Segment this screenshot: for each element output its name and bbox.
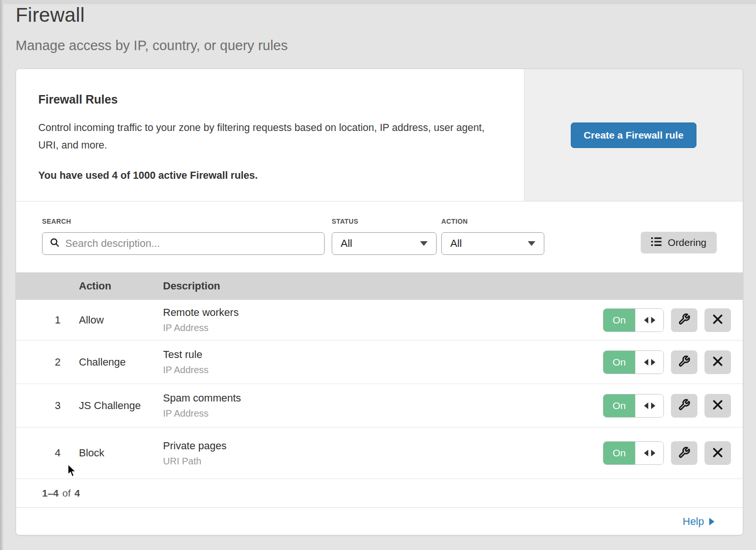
edit-rule-button[interactable] xyxy=(671,308,697,332)
edit-rule-button[interactable] xyxy=(671,441,697,465)
rule-enabled-toggle[interactable]: On xyxy=(603,308,664,332)
card-heading: Firewall Rules xyxy=(38,93,486,106)
rule-controls: On xyxy=(603,441,731,465)
ordering-button-label: Ordering xyxy=(668,237,706,248)
rule-controls: On xyxy=(603,308,731,332)
search-input[interactable] xyxy=(65,237,317,250)
window-edge xyxy=(0,0,3,550)
rule-enabled-toggle[interactable]: On xyxy=(603,394,664,418)
rule-priority: 2 xyxy=(36,356,79,368)
table-row: 1 Allow Remote workers IP Address On xyxy=(16,300,743,340)
help-arrow-icon xyxy=(709,518,714,525)
rule-description-cell: Remote workers IP Address xyxy=(163,306,603,333)
rule-description-cell: Private pages URI Path xyxy=(163,440,603,467)
delete-rule-button[interactable] xyxy=(704,394,731,418)
status-group: STATUS All xyxy=(332,218,437,255)
page-title: Firewall xyxy=(16,4,288,26)
rule-action: JS Challenge xyxy=(79,400,163,412)
rule-priority: 4 xyxy=(36,447,79,459)
ordering-list-icon xyxy=(651,237,662,249)
rule-description: Test rule xyxy=(163,349,603,361)
status-select[interactable]: All xyxy=(332,232,437,255)
close-icon xyxy=(713,356,723,368)
wrench-icon xyxy=(678,313,690,327)
priority-arrows-icon[interactable] xyxy=(635,351,663,374)
action-select[interactable]: All xyxy=(441,232,544,255)
delete-rule-button[interactable] xyxy=(704,308,731,332)
window-top-shade xyxy=(0,0,756,4)
pagination-range: 1–4 xyxy=(42,488,59,499)
rule-action: Allow xyxy=(79,314,163,326)
wrench-icon xyxy=(678,399,690,412)
priority-arrows-icon[interactable] xyxy=(635,442,663,464)
rule-match-type: IP Address xyxy=(163,365,603,375)
status-label: STATUS xyxy=(332,218,437,225)
page-subtitle: Manage access by IP, country, or query r… xyxy=(16,38,288,53)
toggle-on-label: On xyxy=(603,394,635,417)
action-column-header: Action xyxy=(79,280,163,292)
priority-arrows-icon[interactable] xyxy=(635,394,663,417)
card-top-section: Firewall Rules Control incoming traffic … xyxy=(16,69,743,201)
rule-description: Spam comments xyxy=(163,392,603,404)
close-icon xyxy=(713,400,723,411)
toggle-on-label: On xyxy=(603,351,635,374)
rule-action: Block xyxy=(79,447,163,459)
rule-description: Remote workers xyxy=(163,306,603,319)
wrench-icon xyxy=(678,355,690,369)
help-link-label: Help xyxy=(683,515,704,528)
rule-controls: On xyxy=(603,350,731,374)
edit-rule-button[interactable] xyxy=(671,350,697,374)
search-box xyxy=(42,232,325,255)
card-action-panel: Create a Firewall rule xyxy=(524,69,743,201)
rule-description: Private pages xyxy=(163,440,603,452)
search-label: SEARCH xyxy=(42,218,325,225)
table-header: Action Description xyxy=(16,272,743,300)
close-icon xyxy=(713,447,723,459)
action-group: ACTION All xyxy=(441,218,544,255)
pagination-of: of xyxy=(62,488,71,499)
rule-description-cell: Spam comments IP Address xyxy=(163,392,603,419)
usage-summary: You have used 4 of 1000 active Firewall … xyxy=(38,170,486,182)
rule-match-type: URI Path xyxy=(163,456,603,467)
rule-enabled-toggle[interactable]: On xyxy=(603,350,664,374)
rule-priority: 1 xyxy=(36,314,79,326)
pagination-total: 4 xyxy=(75,488,80,499)
status-select-value: All xyxy=(341,237,352,250)
card-intro: Firewall Rules Control incoming traffic … xyxy=(16,69,524,201)
table-row: 4 Block Private pages URI Path On xyxy=(16,428,743,479)
description-column-header: Description xyxy=(163,280,743,292)
delete-rule-button[interactable] xyxy=(704,350,731,374)
rule-description-cell: Test rule IP Address xyxy=(163,349,603,375)
table-row: 3 JS Challenge Spam comments IP Address … xyxy=(16,384,743,428)
firewall-rules-card: Firewall Rules Control incoming traffic … xyxy=(16,69,743,535)
page-header: Firewall Manage access by IP, country, o… xyxy=(16,4,288,53)
action-label: ACTION xyxy=(441,218,544,225)
close-icon xyxy=(713,314,723,326)
priority-arrows-icon[interactable] xyxy=(635,309,663,332)
toggle-on-label: On xyxy=(603,442,635,464)
help-row: Help xyxy=(16,508,743,535)
pagination: 1–4 of 4 xyxy=(16,479,743,508)
ordering-button[interactable]: Ordering xyxy=(641,232,717,253)
action-select-value: All xyxy=(450,237,462,250)
create-firewall-rule-button[interactable]: Create a Firewall rule xyxy=(571,122,696,148)
search-group: SEARCH xyxy=(42,218,325,255)
delete-rule-button[interactable] xyxy=(704,441,731,465)
rule-match-type: IP Address xyxy=(163,408,603,419)
table-row: 2 Challenge Test rule IP Address On xyxy=(16,340,743,384)
toggle-on-label: On xyxy=(603,309,635,332)
help-link[interactable]: Help xyxy=(683,515,714,528)
rule-controls: On xyxy=(603,394,731,418)
rule-match-type: IP Address xyxy=(163,323,603,333)
rules-table-body: 1 Allow Remote workers IP Address On xyxy=(16,300,743,479)
edit-rule-button[interactable] xyxy=(671,394,697,418)
rule-action: Challenge xyxy=(79,356,163,368)
card-description: Control incoming traffic to your zone by… xyxy=(38,119,486,154)
search-icon xyxy=(50,237,60,250)
filter-bar: SEARCH STATUS All ACTION All xyxy=(16,201,743,272)
rule-enabled-toggle[interactable]: On xyxy=(603,441,664,465)
chevron-down-icon xyxy=(420,241,428,246)
rule-priority: 3 xyxy=(36,400,79,412)
chevron-down-icon xyxy=(528,241,535,246)
wrench-icon xyxy=(678,446,690,460)
